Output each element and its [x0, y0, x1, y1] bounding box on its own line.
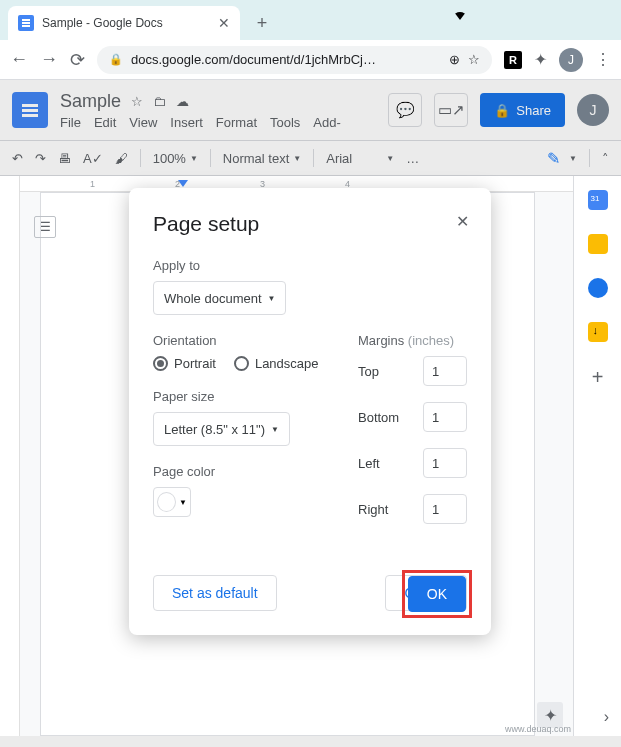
- tab-strip: Sample - Google Docs ✕ +: [0, 0, 621, 40]
- paper-size-label: Paper size: [153, 389, 308, 404]
- paper-size-select[interactable]: Letter (8.5" x 11") ▼: [153, 412, 290, 446]
- bookmark-star-icon[interactable]: ☆: [468, 52, 480, 67]
- browser-menu-icon[interactable]: ⋮: [595, 50, 611, 69]
- orientation-landscape-radio[interactable]: Landscape: [234, 356, 319, 371]
- paper-size-value: Letter (8.5" x 11"): [164, 422, 265, 437]
- address-bar: ← → ⟳ 🔒 docs.google.com/document/d/1jchM…: [0, 40, 621, 80]
- back-button[interactable]: ←: [10, 49, 28, 70]
- url-input[interactable]: 🔒 docs.google.com/document/d/1jchMrbCj… …: [97, 46, 492, 74]
- lock-icon: 🔒: [109, 53, 123, 66]
- sidepanel-toggle-icon[interactable]: ›: [604, 708, 609, 726]
- tab-dropdown-icon[interactable]: [454, 12, 466, 20]
- margin-top-input[interactable]: [423, 356, 467, 386]
- margin-right-input[interactable]: [423, 494, 467, 524]
- url-text: docs.google.com/document/d/1jchMrbCj…: [131, 52, 376, 67]
- dialog-close-icon[interactable]: ✕: [456, 212, 469, 231]
- page-setup-dialog: Page setup ✕ Apply to Whole document ▼ O…: [129, 188, 491, 635]
- keep-icon[interactable]: [588, 234, 608, 254]
- tab-close-icon[interactable]: ✕: [218, 15, 230, 31]
- orientation-portrait-radio[interactable]: Portrait: [153, 356, 216, 371]
- reload-button[interactable]: ⟳: [70, 49, 85, 71]
- apply-to-value: Whole document: [164, 291, 262, 306]
- ruler-mark: 1: [90, 179, 95, 189]
- extension-r-icon[interactable]: R: [504, 51, 522, 69]
- radio-selected-icon: [153, 356, 168, 371]
- apply-to-label: Apply to: [153, 258, 467, 273]
- ruler-mark: 4: [345, 179, 350, 189]
- set-default-button[interactable]: Set as default: [153, 575, 277, 611]
- outline-toggle-icon[interactable]: ☰: [34, 216, 56, 238]
- browser-tab[interactable]: Sample - Google Docs ✕: [8, 6, 240, 40]
- margin-left-label: Left: [358, 456, 380, 471]
- pencil-icon: [547, 149, 565, 167]
- ok-highlight: OK: [402, 570, 472, 618]
- page-color-label: Page color: [153, 464, 308, 479]
- margin-right-label: Right: [358, 502, 388, 517]
- margins-label: Margins (inches): [358, 333, 467, 348]
- extensions-icon[interactable]: ✦: [534, 50, 547, 69]
- dialog-title: Page setup: [153, 212, 467, 236]
- orientation-label: Orientation: [153, 333, 308, 348]
- margin-left-input[interactable]: [423, 448, 467, 478]
- caret-down-icon: ▼: [271, 425, 279, 434]
- color-swatch-icon: [157, 492, 176, 512]
- forward-button[interactable]: →: [40, 49, 58, 70]
- vertical-ruler[interactable]: [0, 176, 20, 736]
- caret-down-icon: ▼: [179, 498, 187, 507]
- watermark: www.deuaq.com: [505, 724, 571, 734]
- radio-label: Landscape: [255, 356, 319, 371]
- zoom-icon[interactable]: ⊕: [449, 52, 460, 67]
- tasks-icon[interactable]: [588, 278, 608, 298]
- caret-down-icon: ▼: [268, 294, 276, 303]
- side-panel: +: [573, 176, 621, 736]
- page-color-select[interactable]: ▼: [153, 487, 191, 517]
- ruler-mark: 2: [175, 179, 180, 189]
- tab-title: Sample - Google Docs: [42, 16, 163, 30]
- ok-button[interactable]: OK: [408, 576, 466, 612]
- margin-bottom-input[interactable]: [423, 402, 467, 432]
- download-icon[interactable]: [588, 322, 608, 342]
- radio-icon: [234, 356, 249, 371]
- ruler-mark: 3: [260, 179, 265, 189]
- docs-favicon: [18, 15, 34, 31]
- calendar-icon[interactable]: [588, 190, 608, 210]
- profile-avatar[interactable]: J: [559, 48, 583, 72]
- margin-bottom-label: Bottom: [358, 410, 399, 425]
- margin-top-label: Top: [358, 364, 379, 379]
- new-tab-button[interactable]: +: [248, 9, 276, 37]
- radio-label: Portrait: [174, 356, 216, 371]
- apply-to-select[interactable]: Whole document ▼: [153, 281, 286, 315]
- add-on-plus-icon[interactable]: +: [592, 366, 604, 389]
